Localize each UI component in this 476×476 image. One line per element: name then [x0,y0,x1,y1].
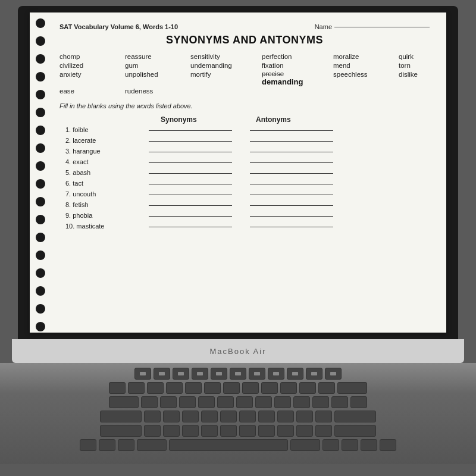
antonyms-line-4[interactable] [250,162,333,163]
table-row: 4. exact [60,158,430,165]
key-equal[interactable] [318,382,335,394]
key-period[interactable] [296,425,313,437]
key-3[interactable] [147,382,164,394]
key-x[interactable] [163,425,180,437]
key-m[interactable] [258,425,275,437]
key-minus[interactable] [299,382,316,394]
key-2[interactable] [128,382,145,394]
keyboard-area [0,363,476,464]
key-option[interactable] [118,439,134,451]
key-f5[interactable] [211,368,227,380]
key-f7[interactable] [249,368,265,380]
antonyms-line-2[interactable] [250,141,333,142]
synonyms-line-10[interactable] [149,227,232,227]
key-bracket-r[interactable] [350,396,367,408]
laptop-screen: SAT Vocabulary Volume 6, Words 1-10 Name… [18,6,458,339]
synonyms-line-7[interactable] [149,195,232,195]
key-shift-l[interactable] [100,425,142,437]
key-6[interactable] [204,382,221,394]
key-b[interactable] [220,425,237,437]
key-cmd[interactable] [137,439,167,451]
key-semicolon[interactable] [315,411,332,422]
key-t[interactable] [217,396,234,408]
key-n[interactable] [239,425,256,437]
key-u[interactable] [255,396,272,408]
key-p[interactable] [312,396,329,408]
key-slash[interactable] [315,425,332,437]
key-1[interactable] [109,382,126,394]
row-10-label: 10. masticate [65,223,149,230]
key-s[interactable] [163,411,180,422]
key-4[interactable] [166,382,183,394]
synonyms-line-9[interactable] [149,216,232,217]
binding-hole [36,322,45,331]
antonyms-line-6[interactable] [250,184,333,184]
key-comma[interactable] [277,425,294,437]
key-g[interactable] [220,411,237,422]
key-z[interactable] [144,425,161,437]
key-i[interactable] [274,396,291,408]
key-e[interactable] [179,396,196,408]
antonyms-line-8[interactable] [250,205,333,206]
key-w[interactable] [160,396,177,408]
key-delete[interactable] [337,382,367,394]
key-f9[interactable] [287,368,303,380]
synonyms-line-1[interactable] [149,130,232,131]
key-arrow-d[interactable] [361,439,377,451]
synonyms-line-6[interactable] [149,184,232,184]
key-k[interactable] [277,411,294,422]
name-underline [334,27,430,27]
key-arrow-u[interactable] [342,439,358,451]
key-0[interactable] [280,382,297,394]
key-arrow-l[interactable] [322,439,339,451]
synonyms-line-3[interactable] [149,152,232,152]
word-demanding: demanding [262,77,303,86]
antonyms-line-3[interactable] [250,152,333,152]
key-v[interactable] [201,425,218,437]
key-f11[interactable] [325,368,342,380]
key-caps[interactable] [100,411,142,422]
antonyms-line-1[interactable] [250,130,333,131]
antonyms-line-5[interactable] [250,173,333,174]
key-f8[interactable] [268,368,284,380]
key-y[interactable] [236,396,253,408]
key-q[interactable] [141,396,158,408]
key-r[interactable] [198,396,215,408]
key-d[interactable] [182,411,199,422]
key-ctrl[interactable] [99,439,115,451]
synonyms-line-5[interactable] [149,173,232,174]
key-f4[interactable] [192,368,208,380]
key-tab[interactable] [109,396,139,408]
synonyms-line-4[interactable] [149,162,232,163]
key-fn[interactable] [80,439,96,451]
antonyms-line-10[interactable] [250,227,333,227]
key-7[interactable] [223,382,240,394]
key-a[interactable] [144,411,161,422]
key-arrow-r[interactable] [380,439,396,451]
key-h[interactable] [239,411,256,422]
key-return[interactable] [334,411,376,422]
key-f10[interactable] [306,368,322,380]
keyboard-row-4 [24,425,452,437]
key-9[interactable] [261,382,278,394]
key-f6[interactable] [230,368,246,380]
key-8[interactable] [242,382,259,394]
key-l[interactable] [296,411,313,422]
key-5[interactable] [185,382,202,394]
key-f3[interactable] [173,368,189,380]
synonyms-line-2[interactable] [149,141,232,142]
table-row: 7. uncouth [60,190,430,198]
key-f[interactable] [201,411,218,422]
key-f2[interactable] [154,368,170,380]
key-c[interactable] [182,425,199,437]
key-cmd-r[interactable] [290,439,320,451]
key-o[interactable] [293,396,310,408]
synonyms-line-8[interactable] [149,205,232,206]
key-f1[interactable] [134,368,151,380]
key-bracket-l[interactable] [331,396,348,408]
key-space[interactable] [169,439,288,451]
antonyms-line-7[interactable] [250,195,333,195]
key-j[interactable] [258,411,275,422]
antonyms-line-9[interactable] [250,216,333,217]
key-shift-r[interactable] [334,425,376,437]
